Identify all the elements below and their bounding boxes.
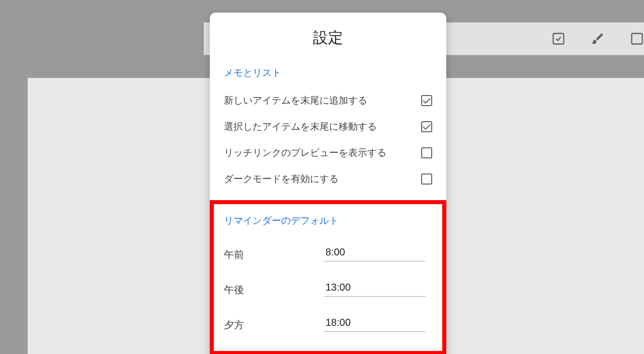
reminder-time-evening[interactable] [325,315,425,332]
notes-lists-header: メモとリスト [224,61,432,87]
reminder-row-afternoon: 午後 [224,271,432,306]
setting-row-add-to-end: 新しいアイテムを末尾に追加する [224,87,432,114]
checkbox-rich-links[interactable] [421,147,432,158]
reminder-row-evening: 夕方 [224,306,432,341]
notes-lists-section: メモとリスト 新しいアイテムを末尾に追加する 選択したアイテムを末尾に移動する … [210,61,446,192]
image-toolbar-icon[interactable] [630,32,644,46]
checkbox-dark-mode[interactable] [421,173,432,185]
reminders-header: リマインダーのデフォルト [224,209,432,235]
setting-row-dark-mode: ダークモードを有効にする [224,166,432,192]
svg-rect-1 [632,34,642,44]
reminder-label: 午後 [224,283,325,297]
setting-label: 選択したアイテムを末尾に移動する [224,120,377,133]
reminder-time-afternoon[interactable] [325,280,425,297]
checkbox-add-to-end[interactable] [421,95,432,106]
settings-modal: 設定 メモとリスト 新しいアイテムを末尾に追加する 選択したアイテムを末尾に移動… [210,13,446,354]
reminder-time-morning[interactable] [325,244,425,261]
reminder-row-morning: 午前 [224,235,432,271]
svg-rect-0 [553,34,564,44]
checkbox-toolbar-icon[interactable] [551,32,566,46]
modal-title: 設定 [210,13,446,61]
reminder-label: 夕方 [224,318,325,332]
setting-row-move-to-end: 選択したアイテムを末尾に移動する [224,114,432,140]
setting-row-rich-links: リッチリンクのプレビューを表示する [224,140,432,166]
reminder-label: 午前 [224,248,325,261]
brush-toolbar-icon[interactable] [591,32,605,46]
setting-label: リッチリンクのプレビューを表示する [224,146,386,159]
reminders-highlight-box: リマインダーのデフォルト 午前 午後 夕方 [210,200,446,354]
checkbox-move-to-end[interactable] [421,121,432,132]
setting-label: 新しいアイテムを末尾に追加する [224,94,367,107]
setting-label: ダークモードを有効にする [224,172,339,186]
